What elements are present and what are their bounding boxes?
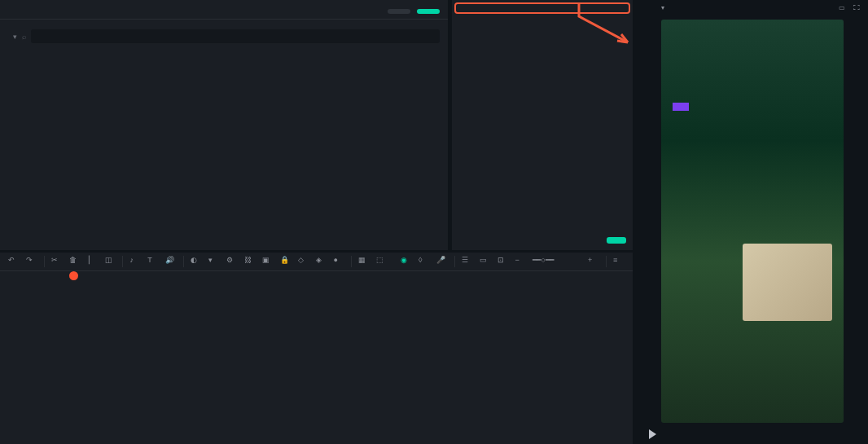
volume-icon[interactable]: 🔊 bbox=[165, 256, 177, 267]
preview-icon[interactable]: ▭ bbox=[480, 256, 491, 267]
cut-icon[interactable]: ✂ bbox=[51, 256, 63, 267]
apply-to-all-button[interactable] bbox=[607, 237, 626, 244]
snap-icon[interactable]: ◊ bbox=[419, 256, 430, 267]
mic-icon[interactable]: 🎤 bbox=[436, 256, 448, 267]
snapshot-icon[interactable]: ▭ bbox=[839, 4, 845, 11]
mid-tabs bbox=[454, 2, 630, 14]
video-preview[interactable] bbox=[661, 20, 844, 423]
player-panel: ▾ ▭ ⛶ bbox=[637, 0, 868, 444]
group-icon[interactable]: ▣ bbox=[262, 256, 274, 267]
fullscreen-icon[interactable]: ⛶ bbox=[853, 4, 860, 11]
preview-overlay-text bbox=[673, 103, 689, 111]
timeline-ruler[interactable] bbox=[0, 271, 633, 275]
view-icon[interactable]: ☰ bbox=[462, 256, 473, 267]
settings-icon[interactable]: ⚙ bbox=[226, 256, 238, 267]
sub-tabs bbox=[452, 16, 633, 23]
chevron-down-icon: ▾ bbox=[661, 4, 664, 11]
trash-icon[interactable]: 🗑 bbox=[69, 256, 81, 267]
list-icon[interactable]: ≡ bbox=[613, 256, 625, 267]
record-icon[interactable]: ● bbox=[333, 256, 344, 267]
zoom-in-icon[interactable]: + bbox=[588, 256, 599, 267]
zoom-tool-icon[interactable]: ◐ bbox=[191, 256, 202, 267]
player-controls bbox=[637, 427, 868, 442]
lock-icon[interactable]: 🔒 bbox=[280, 256, 292, 267]
marker-icon[interactable]: ◈ bbox=[316, 256, 327, 267]
redo-icon[interactable]: ↷ bbox=[26, 256, 37, 267]
player-header: ▾ ▭ ⛶ bbox=[637, 0, 868, 15]
zoom-slider[interactable]: ━━○━━ bbox=[533, 256, 581, 267]
layers-icon[interactable]: ▦ bbox=[358, 256, 370, 267]
timeline-panel: ↶ ↷ ✂ 🗑 ⎮ ◫ ♪ T 🔊 ◐ ▾ ⚙ ⛓ ▣ 🔒 ◇ ◈ ● ▦ ⬚ … bbox=[0, 253, 633, 444]
save-button[interactable] bbox=[417, 9, 440, 14]
header-buttons bbox=[384, 5, 440, 14]
left-panel: ▾ ⌕ bbox=[0, 0, 448, 250]
chevron-down-icon[interactable]: ▾ bbox=[208, 256, 220, 267]
music-icon[interactable]: ♪ bbox=[129, 256, 141, 267]
search-row: ▾ ⌕ bbox=[0, 24, 448, 48]
fit-icon[interactable]: ⊡ bbox=[498, 256, 509, 267]
tag-icon[interactable]: ◇ bbox=[298, 256, 309, 267]
split-icon[interactable]: ⎮ bbox=[87, 256, 99, 267]
text-templates-panel bbox=[452, 0, 633, 250]
cancel-button[interactable] bbox=[388, 9, 410, 14]
template-grid bbox=[452, 23, 633, 31]
crop-icon[interactable]: ◫ bbox=[105, 256, 116, 267]
preview-object bbox=[743, 244, 832, 321]
timeline-toolbar: ↶ ↷ ✂ 🗑 ⎮ ◫ ♪ T 🔊 ◐ ▾ ⚙ ⛓ ▣ 🔒 ◇ ◈ ● ▦ ⬚ … bbox=[0, 253, 633, 271]
search-icon: ⌕ bbox=[22, 33, 26, 41]
text-icon[interactable]: T bbox=[147, 256, 159, 267]
header-row bbox=[0, 0, 448, 20]
chevron-down-icon: ▾ bbox=[13, 33, 17, 41]
search-input[interactable] bbox=[31, 29, 440, 43]
undo-icon[interactable]: ↶ bbox=[8, 256, 20, 267]
magnet-icon[interactable]: ◉ bbox=[401, 256, 412, 267]
play-button[interactable] bbox=[645, 427, 660, 442]
stack-icon[interactable]: ⬚ bbox=[376, 256, 388, 267]
zoom-out-icon[interactable]: − bbox=[515, 256, 527, 267]
link-icon[interactable]: ⛓ bbox=[244, 256, 256, 267]
